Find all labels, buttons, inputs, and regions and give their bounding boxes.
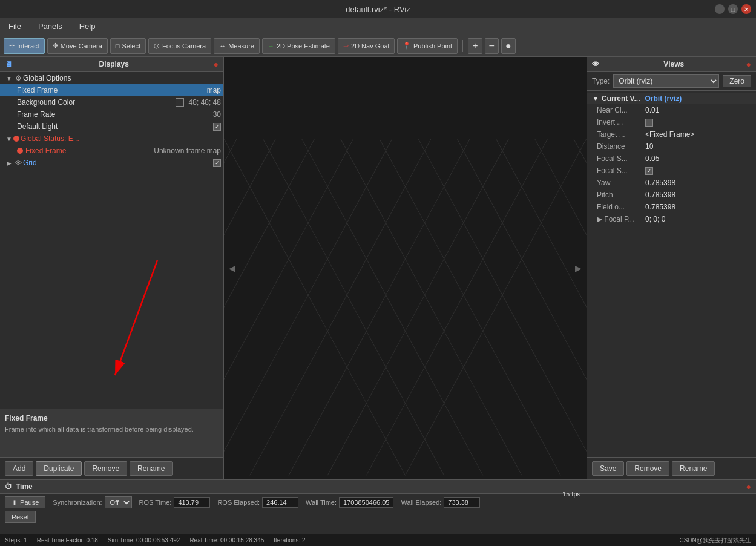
fps-value: 15 fps bbox=[562, 490, 580, 498]
grid-checkbox[interactable]: ✓ bbox=[213, 159, 221, 167]
reset-button[interactable]: Reset bbox=[5, 511, 36, 523]
pose-estimate-button[interactable]: → 2D Pose Estimate bbox=[262, 38, 335, 54]
description-box: Fixed Frame Frame into which all data is… bbox=[0, 409, 223, 457]
focus-camera-icon: ◎ bbox=[154, 42, 160, 50]
nav-goal-button[interactable]: ⇒ 2D Nav Goal bbox=[338, 38, 395, 54]
fixed-frame-error-item[interactable]: Fixed Frame Unknown frame map bbox=[0, 145, 223, 157]
add-toolbar-button[interactable]: + bbox=[468, 38, 482, 54]
views-pitch-row: Pitch 0.785398 bbox=[587, 189, 756, 201]
select-button[interactable]: □ Select bbox=[110, 38, 146, 54]
focus-camera-button[interactable]: ◎ Focus Camera bbox=[148, 38, 211, 54]
remove-display-button[interactable]: Remove bbox=[84, 461, 127, 476]
background-color-swatch bbox=[176, 98, 184, 107]
pitch-val: 0.785398 bbox=[645, 191, 675, 199]
views-expand-arrow[interactable]: ▼ bbox=[592, 94, 599, 103]
publish-point-icon: 📍 bbox=[403, 42, 411, 50]
menu-help[interactable]: Help bbox=[76, 21, 99, 32]
invert-checkbox[interactable] bbox=[645, 119, 653, 127]
views-rename-button[interactable]: Rename bbox=[672, 461, 715, 476]
measure-button[interactable]: ↔ Measure bbox=[214, 38, 260, 54]
views-save-button[interactable]: Save bbox=[592, 461, 624, 476]
focal-scale-2-checkbox[interactable]: ✓ bbox=[645, 167, 653, 175]
views-focal-point-row: ▶ Focal P... 0; 0; 0 bbox=[587, 213, 756, 225]
focal-scale-2-key: Focal S... bbox=[597, 166, 645, 175]
views-focal-scale-2-row: Focal S... ✓ bbox=[587, 165, 756, 177]
views-type-label: Type: bbox=[592, 77, 610, 85]
move-camera-icon: ✥ bbox=[53, 42, 58, 50]
views-zero-button[interactable]: Zero bbox=[723, 75, 751, 87]
focal-point-key[interactable]: ▶ Focal P... bbox=[597, 215, 645, 223]
views-remove-button[interactable]: Remove bbox=[626, 461, 669, 476]
global-options-arrow[interactable]: ▼ bbox=[5, 75, 13, 82]
pose-estimate-icon: → bbox=[268, 42, 274, 50]
grid-view bbox=[224, 57, 587, 479]
menu-panels[interactable]: Panels bbox=[35, 21, 66, 32]
displays-title: Displays bbox=[99, 60, 129, 68]
viewport-right-arrow[interactable]: ▶ bbox=[575, 263, 582, 273]
ros-elapsed-label: ROS Elapsed: bbox=[217, 499, 260, 506]
fps-display: 15 fps bbox=[562, 490, 580, 498]
minimize-button[interactable]: — bbox=[715, 4, 725, 14]
time-close-button[interactable]: ● bbox=[746, 482, 751, 492]
sync-select[interactable]: Off bbox=[105, 496, 132, 508]
time-panel-header: ⏱ Time ● bbox=[0, 480, 756, 494]
grid-arrow[interactable]: ▶ bbox=[5, 160, 13, 166]
statusbar: Steps: 1 Real Time Factor: 0.18 Sim Time… bbox=[0, 534, 756, 546]
background-color-label: Background Color bbox=[17, 98, 176, 107]
close-button[interactable]: ✕ bbox=[741, 4, 751, 14]
default-light-item[interactable]: Default Light ✓ bbox=[0, 120, 223, 133]
viewport-left-arrow[interactable]: ◀ bbox=[229, 263, 235, 273]
toolbar: ⊹ Interact ✥ Move Camera □ Select ◎ Focu… bbox=[0, 35, 756, 57]
grid-item[interactable]: ▶ 👁 Grid ✓ bbox=[0, 157, 223, 169]
nav-goal-label: 2D Nav Goal bbox=[351, 42, 389, 50]
global-options-item[interactable]: ▼ ⚙ Global Options bbox=[0, 72, 223, 84]
fixed-frame-item[interactable]: Fixed Frame map bbox=[0, 84, 223, 96]
frame-rate-value: 30 bbox=[213, 110, 221, 119]
content-area: 🖥 Displays ● ▼ ⚙ Global Options Fixed Fr… bbox=[0, 57, 756, 479]
publish-point-button[interactable]: 📍 Publish Point bbox=[397, 38, 458, 54]
interact-button[interactable]: ⊹ Interact bbox=[4, 38, 45, 54]
menu-file[interactable]: File bbox=[5, 21, 25, 32]
views-orbit-label: Orbit (rviz) bbox=[645, 94, 682, 103]
displays-close-button[interactable]: ● bbox=[214, 59, 219, 69]
views-type-select[interactable]: Orbit (rviz) bbox=[613, 74, 719, 88]
duplicate-display-button[interactable]: Duplicate bbox=[36, 461, 82, 476]
frame-rate-item[interactable]: Frame Rate 30 bbox=[0, 108, 223, 120]
viewport[interactable]: ◀ ▶ bbox=[224, 57, 587, 479]
global-status-item[interactable]: ▼ Global Status: E... bbox=[0, 133, 223, 145]
views-focal-scale-1-row: Focal S... 0.05 bbox=[587, 153, 756, 165]
global-status-label: Global Status: E... bbox=[21, 134, 221, 143]
settings-toolbar-button[interactable]: ● bbox=[501, 38, 516, 54]
pitch-key: Pitch bbox=[597, 191, 645, 199]
distance-val: 10 bbox=[645, 142, 653, 151]
invert-key: Invert ... bbox=[597, 118, 645, 127]
fov-val: 0.785398 bbox=[645, 203, 675, 211]
description-title: Fixed Frame bbox=[5, 414, 219, 423]
remove-toolbar-button[interactable]: − bbox=[485, 38, 499, 54]
views-tree: ▼ Current V... Orbit (rviz) Near Cl... 0… bbox=[587, 91, 756, 457]
views-panel-header: 👁 Views ● bbox=[587, 57, 756, 72]
time-label: Time bbox=[16, 482, 33, 491]
default-light-checkbox[interactable]: ✓ bbox=[213, 123, 221, 131]
ros-time-value: 413.79 bbox=[174, 497, 210, 508]
eye-icon[interactable]: 👁 bbox=[13, 159, 23, 166]
maximize-button[interactable]: □ bbox=[728, 4, 738, 14]
views-current-header: Current V... bbox=[602, 94, 640, 103]
ros-elapsed-group: ROS Elapsed: 246.14 bbox=[217, 497, 298, 508]
displays-panel: 🖥 Displays ● ▼ ⚙ Global Options Fixed Fr… bbox=[0, 57, 224, 479]
add-display-button[interactable]: Add bbox=[5, 461, 33, 476]
status-real-time-factor: Real Time Factor: 0.18 bbox=[37, 537, 98, 544]
interact-icon: ⊹ bbox=[9, 42, 15, 50]
views-yaw-row: Yaw 0.785398 bbox=[587, 177, 756, 189]
displays-buttons: Add Duplicate Remove Rename bbox=[0, 457, 223, 479]
svg-rect-2 bbox=[224, 61, 587, 476]
gear-icon: ⚙ bbox=[13, 74, 23, 82]
background-color-item[interactable]: Background Color 48; 48; 48 bbox=[0, 96, 223, 108]
global-status-arrow[interactable]: ▼ bbox=[5, 136, 13, 142]
rename-display-button[interactable]: Rename bbox=[130, 461, 173, 476]
pause-button[interactable]: ⏸ Pause bbox=[5, 496, 45, 508]
views-close-button[interactable]: ● bbox=[746, 59, 751, 69]
status-watermark: CSDN@我先去打游戏先生 bbox=[680, 536, 752, 545]
toolbar-separator bbox=[462, 40, 463, 52]
move-camera-button[interactable]: ✥ Move Camera bbox=[47, 38, 108, 54]
